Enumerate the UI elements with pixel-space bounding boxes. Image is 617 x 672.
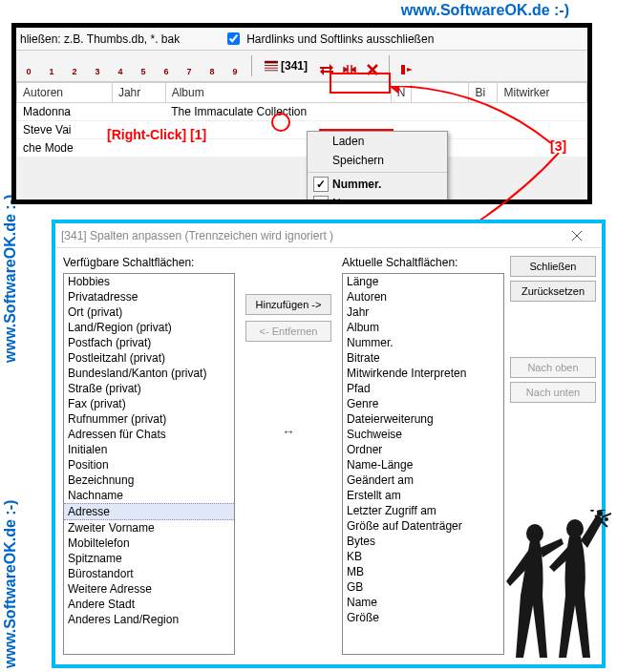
column-context-menu: Laden Speichern Nummer. Name <box>307 131 448 204</box>
add-button[interactable]: Hinzufügen -> <box>245 294 331 315</box>
list-item[interactable]: Autoren <box>343 289 503 304</box>
svg-point-9 <box>566 519 584 538</box>
close-button[interactable] <box>558 224 596 247</box>
list-item[interactable]: Bürostandort <box>64 566 234 581</box>
list-item[interactable]: Postleitzahl (privat) <box>64 350 234 366</box>
list-item[interactable]: Privatadresse <box>64 289 234 304</box>
svg-rect-1 <box>265 65 278 66</box>
svg-marker-6 <box>389 86 400 94</box>
list-item[interactable]: Bitrate <box>343 350 503 366</box>
list-item[interactable]: Weitere Adresse <box>64 581 234 597</box>
available-listbox[interactable]: HobbiesPrivatadresseOrt (privat)Land/Reg… <box>63 273 235 655</box>
list-item[interactable]: MB <box>343 564 503 579</box>
menu-separator <box>308 172 447 173</box>
list-item[interactable]: Adresse <box>64 503 234 520</box>
columns-341-button[interactable]: [341] <box>258 54 314 77</box>
svg-point-12 <box>605 517 608 521</box>
current-label: Aktuelle Schaltflächen: <box>342 256 504 269</box>
menu-name[interactable]: Name <box>308 194 447 204</box>
list-item[interactable]: Andere Stadt <box>64 597 234 612</box>
list-item[interactable]: Letzter Zugriff am <box>343 503 503 518</box>
list-item[interactable]: GB <box>343 579 503 595</box>
list-item[interactable]: Rufnummer (privat) <box>64 411 234 427</box>
remove-button[interactable]: <- Entfernen <box>245 321 331 342</box>
hardlinks-checkbox-label[interactable]: Hardlinks und Softlinks ausschließen <box>223 30 434 48</box>
list-item[interactable]: Straße (privat) <box>64 381 234 396</box>
toolbar-btn-k5[interactable]: 5 <box>133 54 154 77</box>
menu-speichern[interactable]: Speichern <box>308 151 447 170</box>
toolbar-btn-k6[interactable]: 6 <box>156 54 177 77</box>
annotation-circle-1 <box>271 113 290 132</box>
list-item[interactable]: Name <box>343 595 503 610</box>
list-item[interactable]: Nachname <box>64 488 234 503</box>
list-item[interactable]: Position <box>64 457 234 472</box>
list-item[interactable]: KB <box>343 549 503 564</box>
svg-point-11 <box>590 510 594 512</box>
list-item[interactable]: Ort (privat) <box>64 304 234 320</box>
list-item[interactable]: Land/Region (privat) <box>64 320 234 335</box>
list-item[interactable]: Album <box>343 320 503 335</box>
list-item[interactable]: Name-Länge <box>343 457 503 472</box>
hardlinks-checkbox[interactable] <box>227 32 240 45</box>
columns-341-label: [341] <box>281 59 308 73</box>
col-autoren[interactable]: Autoren <box>17 83 113 103</box>
toolbar-btn-k3[interactable]: 3 <box>87 54 108 77</box>
svg-rect-2 <box>265 68 278 69</box>
dialog-close-button[interactable]: Schließen <box>510 256 596 277</box>
hardlinks-text: Hardlinks und Softlinks ausschließen <box>246 32 434 46</box>
list-item[interactable]: Bundesland/Kanton (privat) <box>64 366 234 381</box>
grip-icon[interactable]: ↔ <box>282 424 295 439</box>
list-item[interactable]: Ordner <box>343 442 503 457</box>
toolbar-last-button[interactable] <box>395 54 416 77</box>
watermark-left-2: www.SoftwareOK.de :-) <box>2 500 19 668</box>
list-item[interactable]: Größe auf Datenträger <box>343 518 503 534</box>
list-item[interactable]: Erstellt am <box>343 488 503 503</box>
list-item[interactable]: Adressen für Chats <box>64 427 234 442</box>
list-item[interactable]: Größe <box>343 610 503 625</box>
list-item[interactable]: Fax (privat) <box>64 396 234 411</box>
watermark-left: www.SoftwareOK.de :-) <box>2 195 19 363</box>
dialog-titlebar: [341] Spalten anpassen (Trennzeichen wir… <box>55 223 602 248</box>
list-item[interactable]: Spitzname <box>64 551 234 566</box>
annotation-rightclick: [Right-Click] [1] <box>107 127 206 142</box>
silhouette-decoration <box>497 510 611 662</box>
list-item[interactable]: Geändert am <box>343 472 503 488</box>
list-item[interactable]: Zweiter Vorname <box>64 520 234 536</box>
toolbar: 0 1 2 3 4 5 6 7 8 9 [341] <box>16 50 587 82</box>
list-item[interactable]: Jahr <box>343 304 503 320</box>
toolbar-btn-k8[interactable]: 8 <box>202 54 223 77</box>
toolbar-btn-k1[interactable]: 1 <box>41 54 62 77</box>
toolbar-btn-k7[interactable]: 7 <box>179 54 200 77</box>
list-item[interactable]: Länge <box>343 274 503 289</box>
svg-rect-0 <box>265 61 278 64</box>
menu-nummer[interactable]: Nummer. <box>308 175 447 194</box>
list-item[interactable]: Bytes <box>343 534 503 549</box>
reset-button[interactable]: Zurücksetzen <box>510 281 596 302</box>
toolbar-btn-k0[interactable]: 0 <box>18 54 39 77</box>
list-item[interactable]: Mobiltelefon <box>64 536 234 551</box>
menu-laden[interactable]: Laden <box>308 132 447 151</box>
available-label: Verfügbare Schaltflächen: <box>63 256 235 269</box>
move-down-button[interactable]: Nach unten <box>510 382 596 403</box>
current-column: Aktuelle Schaltflächen: LängeAutorenJahr… <box>342 256 504 657</box>
list-item[interactable]: Mitwirkende Interpreten <box>343 366 503 381</box>
list-item[interactable]: Bezeichnung <box>64 472 234 488</box>
list-item[interactable]: Pfad <box>343 381 503 396</box>
move-up-button[interactable]: Nach oben <box>510 357 596 378</box>
toolbar-btn-k4[interactable]: 4 <box>110 54 131 77</box>
list-item[interactable]: Hobbies <box>64 274 234 289</box>
list-item[interactable]: Anderes Land/Region <box>64 612 234 627</box>
list-item[interactable]: Dateierweiterung <box>343 411 503 427</box>
dialog-title: [341] Spalten anpassen (Trennzeichen wir… <box>61 229 333 242</box>
toolbar-btn-k9[interactable]: 9 <box>224 54 245 77</box>
toolbar-separator <box>251 55 252 76</box>
svg-rect-3 <box>265 70 278 71</box>
list-item[interactable]: Initialen <box>64 442 234 457</box>
list-item[interactable]: Postfach (privat) <box>64 335 234 350</box>
toolbar-btn-k2[interactable]: 2 <box>64 54 85 77</box>
list-item[interactable]: Genre <box>343 396 503 411</box>
current-listbox[interactable]: LängeAutorenJahrAlbumNummer.BitrateMitwi… <box>342 273 504 655</box>
list-item[interactable]: Suchweise <box>343 427 503 442</box>
col-jahr[interactable]: Jahr <box>112 83 165 103</box>
list-item[interactable]: Nummer. <box>343 335 503 350</box>
